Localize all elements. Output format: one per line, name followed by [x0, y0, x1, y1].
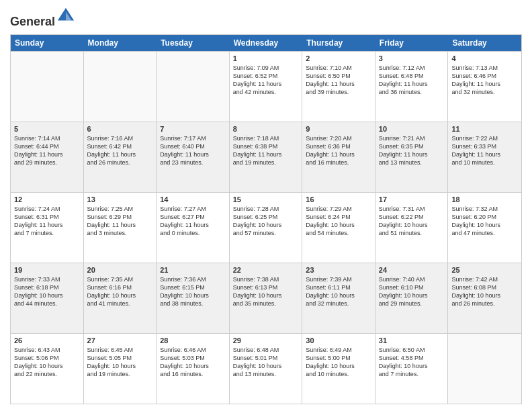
cell-info: Sunrise: 7:10 AMSunset: 6:50 PMDaylight:… — [306, 64, 371, 97]
cell-info: Sunrise: 7:39 AMSunset: 6:11 PMDaylight:… — [306, 275, 371, 308]
calendar-cell-day-2: 2Sunrise: 7:10 AMSunset: 6:50 PMDaylight… — [302, 52, 375, 122]
calendar-row-3: 19Sunrise: 7:33 AMSunset: 6:18 PMDayligh… — [11, 263, 521, 333]
calendar-cell-day-15: 15Sunrise: 7:28 AMSunset: 6:25 PMDayligh… — [230, 193, 303, 263]
calendar-row-1: 5Sunrise: 7:14 AMSunset: 6:44 PMDaylight… — [11, 122, 521, 192]
cell-info: Sunrise: 7:33 AMSunset: 6:18 PMDaylight:… — [14, 275, 80, 308]
cell-info: Sunrise: 6:45 AMSunset: 5:05 PMDaylight:… — [87, 346, 153, 379]
day-number: 9 — [306, 125, 371, 133]
cell-info: Sunrise: 6:43 AMSunset: 5:06 PMDaylight:… — [14, 346, 80, 379]
calendar-cell-day-29: 29Sunrise: 6:48 AMSunset: 5:01 PMDayligh… — [230, 334, 303, 404]
calendar-cell-empty — [157, 52, 230, 122]
day-number: 7 — [160, 125, 226, 133]
page: General SundayMondayTuesdayWednesdayThur… — [0, 0, 532, 411]
day-number: 26 — [14, 336, 80, 345]
calendar-cell-day-24: 24Sunrise: 7:40 AMSunset: 6:10 PMDayligh… — [375, 263, 449, 333]
day-number: 5 — [14, 125, 80, 133]
cell-info: Sunrise: 7:29 AMSunset: 6:24 PMDaylight:… — [306, 205, 371, 238]
day-number: 8 — [233, 125, 299, 133]
calendar-cell-day-19: 19Sunrise: 7:33 AMSunset: 6:18 PMDayligh… — [11, 263, 84, 333]
day-number: 10 — [379, 125, 445, 133]
calendar-cell-day-20: 20Sunrise: 7:35 AMSunset: 6:16 PMDayligh… — [84, 263, 157, 333]
cell-info: Sunrise: 7:38 AMSunset: 6:13 PMDaylight:… — [233, 275, 299, 308]
day-number: 3 — [379, 54, 445, 62]
calendar-cell-day-31: 31Sunrise: 6:50 AMSunset: 4:58 PMDayligh… — [375, 334, 449, 404]
day-number: 2 — [306, 54, 371, 62]
logo-text: General — [10, 7, 75, 29]
calendar-cell-day-28: 28Sunrise: 6:46 AMSunset: 5:03 PMDayligh… — [157, 334, 230, 404]
calendar-cell-day-7: 7Sunrise: 7:17 AMSunset: 6:40 PMDaylight… — [157, 122, 230, 192]
cell-info: Sunrise: 7:32 AMSunset: 6:20 PMDaylight:… — [451, 205, 518, 238]
day-number: 21 — [160, 266, 226, 274]
day-number: 1 — [233, 54, 299, 62]
day-number: 23 — [306, 266, 371, 274]
calendar-cell-day-12: 12Sunrise: 7:24 AMSunset: 6:31 PMDayligh… — [11, 193, 84, 263]
cell-info: Sunrise: 7:42 AMSunset: 6:08 PMDaylight:… — [451, 275, 518, 308]
day-number: 29 — [233, 336, 299, 345]
calendar-cell-empty — [84, 52, 157, 122]
cell-info: Sunrise: 6:46 AMSunset: 5:03 PMDaylight:… — [160, 346, 226, 379]
calendar-cell-day-13: 13Sunrise: 7:25 AMSunset: 6:29 PMDayligh… — [84, 193, 157, 263]
calendar-cell-day-9: 9Sunrise: 7:20 AMSunset: 6:36 PMDaylight… — [302, 122, 375, 192]
cell-info: Sunrise: 7:24 AMSunset: 6:31 PMDaylight:… — [14, 205, 80, 238]
calendar: SundayMondayTuesdayWednesdayThursdayFrid… — [10, 34, 522, 404]
day-number: 19 — [14, 266, 80, 274]
weekday-header-sunday: Sunday — [11, 35, 84, 51]
weekday-header-tuesday: Tuesday — [157, 35, 230, 51]
calendar-cell-day-27: 27Sunrise: 6:45 AMSunset: 5:05 PMDayligh… — [84, 334, 157, 404]
calendar-cell-day-4: 4Sunrise: 7:13 AMSunset: 6:46 PMDaylight… — [448, 52, 521, 122]
day-number: 28 — [160, 336, 226, 345]
calendar-cell-empty — [11, 52, 84, 122]
day-number: 12 — [14, 195, 80, 203]
day-number: 16 — [306, 195, 371, 203]
calendar-row-2: 12Sunrise: 7:24 AMSunset: 6:31 PMDayligh… — [11, 192, 521, 263]
calendar-cell-day-16: 16Sunrise: 7:29 AMSunset: 6:24 PMDayligh… — [302, 193, 375, 263]
day-number: 17 — [379, 195, 445, 203]
cell-info: Sunrise: 6:48 AMSunset: 5:01 PMDaylight:… — [233, 346, 299, 379]
cell-info: Sunrise: 7:13 AMSunset: 6:46 PMDaylight:… — [451, 64, 518, 97]
cell-info: Sunrise: 7:27 AMSunset: 6:27 PMDaylight:… — [160, 205, 226, 238]
cell-info: Sunrise: 7:35 AMSunset: 6:16 PMDaylight:… — [87, 275, 153, 308]
cell-info: Sunrise: 7:21 AMSunset: 6:35 PMDaylight:… — [379, 134, 445, 167]
calendar-body: 1Sunrise: 7:09 AMSunset: 6:52 PMDaylight… — [11, 51, 521, 404]
calendar-cell-day-10: 10Sunrise: 7:21 AMSunset: 6:35 PMDayligh… — [375, 122, 449, 192]
calendar-cell-day-17: 17Sunrise: 7:31 AMSunset: 6:22 PMDayligh… — [375, 193, 449, 263]
calendar-cell-day-26: 26Sunrise: 6:43 AMSunset: 5:06 PMDayligh… — [11, 334, 84, 404]
cell-info: Sunrise: 6:50 AMSunset: 4:58 PMDaylight:… — [379, 346, 445, 379]
cell-info: Sunrise: 7:12 AMSunset: 6:48 PMDaylight:… — [379, 64, 445, 97]
cell-info: Sunrise: 7:20 AMSunset: 6:36 PMDaylight:… — [306, 134, 371, 167]
weekday-header-saturday: Saturday — [448, 35, 521, 51]
day-number: 6 — [87, 125, 153, 133]
cell-info: Sunrise: 7:14 AMSunset: 6:44 PMDaylight:… — [14, 134, 80, 167]
day-number: 11 — [451, 125, 518, 133]
cell-info: Sunrise: 7:18 AMSunset: 6:38 PMDaylight:… — [233, 134, 299, 167]
calendar-cell-day-25: 25Sunrise: 7:42 AMSunset: 6:08 PMDayligh… — [448, 263, 521, 333]
cell-info: Sunrise: 7:25 AMSunset: 6:29 PMDaylight:… — [87, 205, 153, 238]
cell-info: Sunrise: 7:16 AMSunset: 6:42 PMDaylight:… — [87, 134, 153, 167]
calendar-cell-day-22: 22Sunrise: 7:38 AMSunset: 6:13 PMDayligh… — [230, 263, 303, 333]
day-number: 14 — [160, 195, 226, 203]
calendar-cell-day-3: 3Sunrise: 7:12 AMSunset: 6:48 PMDaylight… — [375, 52, 449, 122]
weekday-header-friday: Friday — [375, 35, 449, 51]
weekday-header-monday: Monday — [84, 35, 157, 51]
day-number: 24 — [379, 266, 445, 274]
calendar-row-0: 1Sunrise: 7:09 AMSunset: 6:52 PMDaylight… — [11, 51, 521, 122]
day-number: 22 — [233, 266, 299, 274]
day-number: 15 — [233, 195, 299, 203]
cell-info: Sunrise: 7:36 AMSunset: 6:15 PMDaylight:… — [160, 275, 226, 308]
calendar-cell-day-6: 6Sunrise: 7:16 AMSunset: 6:42 PMDaylight… — [84, 122, 157, 192]
cell-info: Sunrise: 7:22 AMSunset: 6:33 PMDaylight:… — [451, 134, 518, 167]
day-number: 27 — [87, 336, 153, 345]
calendar-cell-day-18: 18Sunrise: 7:32 AMSunset: 6:20 PMDayligh… — [448, 193, 521, 263]
day-number: 13 — [87, 195, 153, 203]
calendar-cell-day-1: 1Sunrise: 7:09 AMSunset: 6:52 PMDaylight… — [230, 52, 303, 122]
cell-info: Sunrise: 7:40 AMSunset: 6:10 PMDaylight:… — [379, 275, 445, 308]
cell-info: Sunrise: 6:49 AMSunset: 5:00 PMDaylight:… — [306, 346, 371, 379]
logo-general: General — [10, 15, 55, 28]
calendar-cell-day-5: 5Sunrise: 7:14 AMSunset: 6:44 PMDaylight… — [11, 122, 84, 192]
calendar-cell-day-14: 14Sunrise: 7:27 AMSunset: 6:27 PMDayligh… — [157, 193, 230, 263]
calendar-cell-empty — [448, 334, 521, 404]
day-number: 30 — [306, 336, 371, 345]
day-number: 20 — [87, 266, 153, 274]
logo-icon — [56, 7, 75, 26]
weekday-header-thursday: Thursday — [302, 35, 375, 51]
